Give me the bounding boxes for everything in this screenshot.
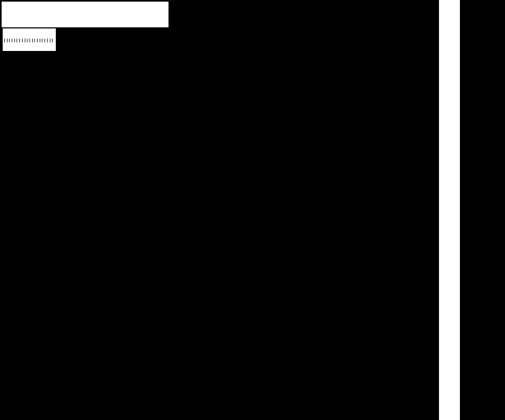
- colorbar-labels: [3, 43, 56, 50]
- spectrum-panel-canvas: [460, 0, 505, 420]
- intensity-colorbar: [3, 28, 56, 51]
- frequency-axis-line: [439, 0, 460, 420]
- capture-info-box: [1, 1, 169, 28]
- spectrum-lab-screen-capture: [0, 0, 505, 420]
- colorbar-gradient: [10, 30, 55, 38]
- colorbar-tick-ruler: [4, 39, 55, 42]
- waterfall-spectrogram-canvas: [0, 0, 439, 420]
- frequency-axis-strip: [439, 0, 460, 420]
